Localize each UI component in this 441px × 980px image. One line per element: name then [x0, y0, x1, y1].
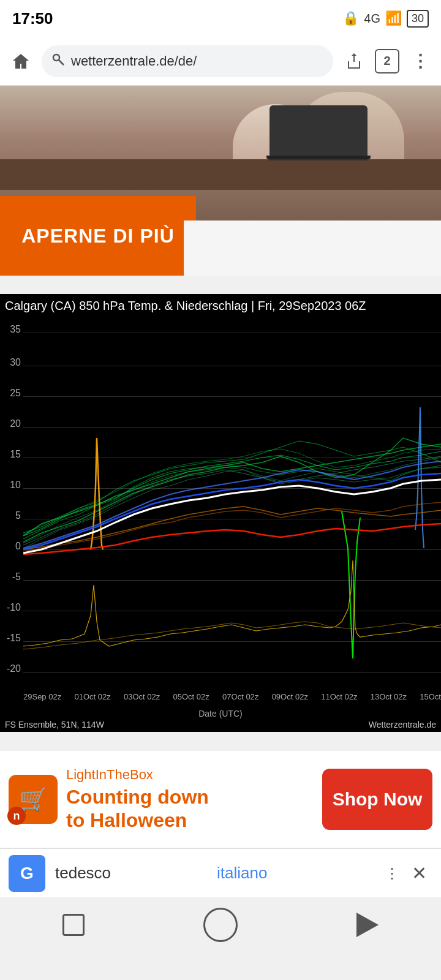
status-bar: 17:50 🔒 4G 📶 30 — [0, 0, 441, 37]
more-menu-button[interactable]: ⋮ — [407, 48, 434, 75]
google-g: G — [20, 864, 34, 883]
nav-recents-button[interactable] — [49, 907, 98, 943]
ad-headline: Counting downto Halloween — [66, 785, 314, 832]
white-banner — [184, 221, 441, 276]
svg-point-0 — [53, 55, 59, 61]
x-label-0: 29Sep 02z — [23, 692, 61, 701]
x-label-6: 11Oct 02z — [321, 692, 357, 701]
y-label-15: 15 — [0, 449, 21, 460]
y-label-neg5: -5 — [0, 571, 21, 582]
svg-line-1 — [59, 60, 64, 65]
battery-indicator: 30 — [407, 10, 429, 28]
x-label-4: 07Oct 02z — [222, 692, 258, 701]
y-label-neg10: -10 — [0, 602, 21, 613]
x-label-3: 05Oct 02z — [173, 692, 209, 701]
home-circle-icon — [203, 908, 238, 942]
x-label-7: 13Oct 02z — [371, 692, 407, 701]
y-label-neg20: -20 — [0, 663, 21, 674]
y-label-25: 25 — [0, 388, 21, 399]
x-label-1: 01Oct 02z — [74, 692, 110, 701]
recents-icon — [62, 914, 85, 936]
translate-more-button[interactable]: ⋮ — [379, 860, 405, 887]
chart-title: Calgary (CA) 850 hPa Temp. & Niederschla… — [0, 294, 441, 315]
ad-text-area: LightInTheBox Counting downto Halloween — [66, 767, 314, 832]
back-icon — [356, 913, 379, 937]
status-time: 17:50 — [12, 9, 53, 28]
chart-bottom-left: FS Ensemble, 51N, 114W — [5, 720, 104, 729]
ad-banner-bottom[interactable]: 🛒 n LightInTheBox Counting downto Hallow… — [0, 750, 441, 848]
ad-brand-name: LightInTheBox — [66, 767, 314, 783]
y-label-5: 5 — [0, 510, 21, 521]
home-button[interactable] — [7, 48, 34, 75]
google-translate-icon: G — [9, 855, 45, 892]
source-language[interactable]: tedesco — [55, 864, 217, 883]
navigation-bar — [0, 897, 441, 952]
x-label-5: 09Oct 02z — [272, 692, 308, 701]
y-label-30: 30 — [0, 357, 21, 368]
x-axis-title: Date (UTC) — [198, 709, 243, 718]
target-language[interactable]: italiano — [217, 864, 379, 883]
nav-home-button[interactable] — [196, 907, 245, 943]
x-label-8: 15Oct — [420, 692, 441, 701]
ad-banner-top[interactable]: APERNE DI PIÙ — [0, 86, 441, 276]
tab-count-button[interactable]: 2 — [375, 49, 399, 74]
browser-bar: wetterzentrale.de/de/ 2 ⋮ — [0, 37, 441, 86]
chart-bottom-right: Wetterzentrale.de — [369, 720, 436, 729]
section-gap-2 — [0, 732, 441, 750]
x-axis-labels: 29Sep 02z 01Oct 02z 03Oct 02z 05Oct 02z … — [23, 692, 441, 701]
weather-chart-section: Calgary (CA) 850 hPa Temp. & Niederschla… — [0, 294, 441, 732]
share-button[interactable] — [341, 48, 368, 75]
section-gap — [0, 276, 441, 294]
url-security-icon — [51, 53, 65, 70]
y-label-neg15: -15 — [0, 633, 21, 644]
ad-logo: 🛒 n — [9, 775, 58, 824]
orange-text-banner: APERNE DI PIÙ — [0, 196, 196, 276]
clock-icon: 🔒 — [342, 10, 359, 26]
translate-close-button[interactable]: ✕ — [405, 860, 432, 887]
shop-now-text: Shop Now — [333, 789, 423, 810]
chart-canvas: 35 30 25 20 15 10 5 0 -5 -10 -15 -20 — [0, 315, 441, 732]
url-bar[interactable]: wetterzentrale.de/de/ — [42, 45, 333, 77]
network-label: 4G — [364, 12, 380, 26]
shop-now-button[interactable]: Shop Now — [322, 769, 432, 830]
nav-back-button[interactable] — [343, 907, 392, 943]
y-label-20: 20 — [0, 418, 21, 429]
x-label-2: 03Oct 02z — [124, 692, 160, 701]
y-label-35: 35 — [0, 324, 21, 335]
translation-bar: G tedesco italiano ⋮ ✕ — [0, 848, 441, 897]
y-label-10: 10 — [0, 480, 21, 491]
y-label-0: 0 — [0, 541, 21, 552]
chart-lines-svg — [23, 315, 441, 677]
status-icons: 🔒 4G 📶 30 — [342, 10, 429, 28]
signal-icon: 📶 — [385, 10, 402, 26]
orange-banner-text: APERNE DI PIÙ — [21, 225, 174, 247]
url-text: wetterzentrale.de/de/ — [71, 53, 197, 69]
